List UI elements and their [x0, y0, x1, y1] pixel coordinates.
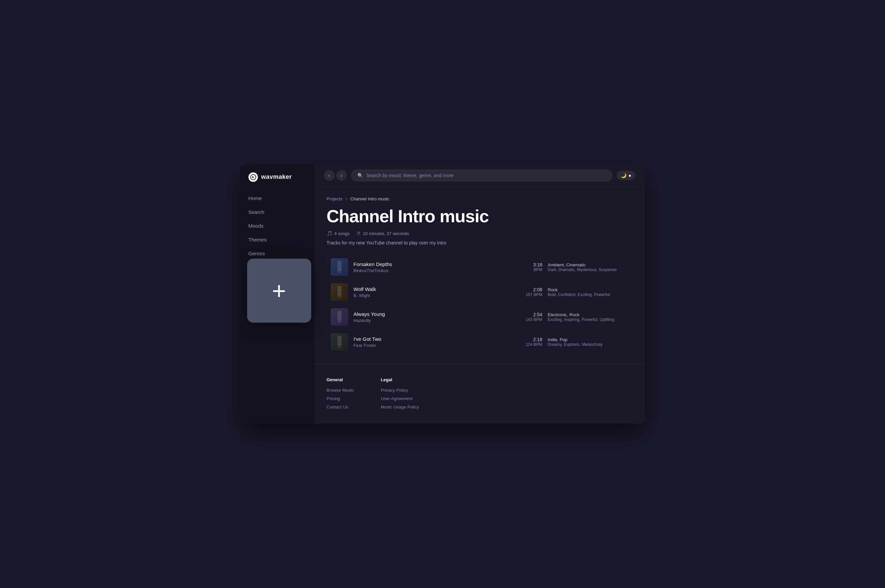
track-tags: Indie, Pop Dreamy, Euphoric, Melancholy [548, 337, 629, 347]
main-content: ‹ › 🔍 🌙 ● Projects > Channel Intro music… [315, 164, 645, 424]
track-genre: Indie, Pop [548, 337, 629, 342]
svg-rect-5 [337, 311, 342, 320]
svg-point-4 [337, 294, 342, 298]
nav-arrows: ‹ › [324, 170, 347, 181]
footer-legal-links: Privacy PolicyUser AgreementMusic Usage … [381, 388, 419, 410]
track-duration: 2:54 [515, 312, 542, 317]
song-count-meta: 🎵 4 songs [327, 231, 350, 236]
page-body: Projects > Channel Intro music Channel I… [315, 187, 645, 363]
playlist-description: Tracks for my new YouTube channel to pla… [327, 240, 633, 246]
add-project-card[interactable]: + [247, 259, 311, 322]
sidebar-item-moods[interactable]: Moods [240, 219, 315, 233]
search-bar: 🔍 [351, 170, 613, 181]
topbar: ‹ › 🔍 🌙 ● [315, 164, 645, 187]
track-bpm: BPM [515, 267, 542, 272]
forward-button[interactable]: › [336, 170, 347, 181]
track-art [331, 258, 348, 276]
track-artist: B. Wight [354, 293, 510, 298]
track-thumbnail [331, 308, 348, 326]
footer-general-link[interactable]: Contact Us [327, 405, 354, 410]
duration-meta: ⏱ 10 minutes, 37 seconds [356, 231, 409, 236]
track-tags: Rock Bold, Confident, Exciting, Powerful [548, 287, 629, 297]
footer-legal-link[interactable]: Music Usage Policy [381, 405, 419, 410]
nav-items-container: HomeSearchMoodsThemesGenres [240, 191, 315, 260]
track-row[interactable]: Forsaken Depths BinkusTheTrinkus 3:18 BP… [327, 255, 633, 279]
track-info: Wolf Walk B. Wight [354, 286, 510, 298]
track-moods: Dark, Dramatic, Mysterious, Suspense [548, 267, 629, 272]
track-row[interactable]: Always Young Hazardly 2:54 143 BPM Elect… [327, 305, 633, 329]
track-duration: 2:18 [515, 337, 542, 342]
moon-icon: 🌙 [621, 173, 626, 178]
logo-icon [248, 172, 258, 182]
theme-toggle[interactable]: 🌙 ● [617, 171, 635, 180]
track-bpm: 157 BPM [515, 292, 542, 297]
track-tags: Electronic, Rock Exciting, Inspiring, Po… [548, 312, 629, 322]
playlist-meta: 🎵 4 songs ⏱ 10 minutes, 37 seconds [327, 231, 633, 236]
track-thumbnail [331, 283, 348, 301]
footer-legal-link[interactable]: User Agreement [381, 396, 419, 401]
track-row[interactable]: I've Got Two Fear Foster 2:18 124 BPM In… [327, 330, 633, 354]
track-title: Forsaken Depths [354, 261, 510, 267]
footer-legal-title: Legal [381, 377, 419, 382]
logo-text: wavmaker [261, 173, 292, 180]
sidebar-item-genres[interactable]: Genres [240, 246, 315, 260]
add-project-plus-icon: + [272, 279, 286, 303]
search-input[interactable] [366, 173, 607, 178]
track-moods: Exciting, Inspiring, Powerful, Uplifting [548, 317, 629, 322]
track-duration: 2:08 [515, 287, 542, 292]
track-title: Wolf Walk [354, 286, 510, 292]
footer-cols: General Browse MusicPricingContact Us Le… [327, 377, 633, 413]
breadcrumb-separator: > [345, 196, 348, 201]
duration: 10 minutes, 37 seconds [363, 231, 409, 236]
sidebar-item-themes[interactable]: Themes [240, 233, 315, 246]
track-art [331, 333, 348, 351]
svg-rect-7 [337, 336, 342, 345]
footer: General Browse MusicPricingContact Us Le… [315, 363, 645, 424]
svg-point-6 [337, 319, 342, 323]
track-moods: Dreamy, Euphoric, Melancholy [548, 342, 629, 347]
footer-general-link[interactable]: Pricing [327, 396, 354, 401]
track-duration: 3:18 [515, 262, 542, 267]
track-moods: Bold, Confident, Exciting, Powerful [548, 292, 629, 297]
track-bpm: 124 BPM [515, 342, 542, 347]
sidebar-item-home[interactable]: Home [240, 191, 315, 205]
sidebar-logo: wavmaker [240, 172, 315, 191]
track-duration-bpm: 2:18 124 BPM [515, 337, 542, 347]
footer-legal-col: Legal Privacy PolicyUser AgreementMusic … [381, 377, 419, 413]
track-genre: Electronic, Rock [548, 312, 629, 317]
song-count: 4 songs [334, 231, 350, 236]
footer-general-title: General [327, 377, 354, 382]
footer-general-link[interactable]: Browse Music [327, 388, 354, 393]
breadcrumb: Projects > Channel Intro music [327, 196, 633, 201]
back-button[interactable]: ‹ [324, 170, 335, 181]
track-genre: Ambient, Cinematic [548, 262, 629, 267]
breadcrumb-current: Channel Intro music [350, 196, 390, 201]
track-artist: Hazardly [354, 318, 510, 323]
track-art [331, 283, 348, 301]
breadcrumb-parent[interactable]: Projects [327, 196, 343, 201]
footer-general-col: General Browse MusicPricingContact Us [327, 377, 354, 413]
track-artist: Fear Foster [354, 343, 510, 348]
track-tags: Ambient, Cinematic Dark, Dramatic, Myste… [548, 262, 629, 272]
track-art [331, 308, 348, 326]
music-wave-icon: 🎵 [327, 231, 333, 236]
track-info: Always Young Hazardly [354, 311, 510, 323]
track-row[interactable]: Wolf Walk B. Wight 2:08 157 BPM Rock Bol… [327, 280, 633, 304]
svg-point-8 [337, 344, 342, 348]
track-thumbnail [331, 333, 348, 351]
track-info: Forsaken Depths BinkusTheTrinkus [354, 261, 510, 273]
search-icon: 🔍 [357, 173, 363, 178]
svg-rect-1 [337, 261, 342, 270]
track-duration-bpm: 3:18 BPM [515, 262, 542, 272]
sidebar-item-search[interactable]: Search [240, 205, 315, 219]
track-duration-bpm: 2:54 143 BPM [515, 312, 542, 322]
track-thumbnail [331, 258, 348, 276]
footer-legal-link[interactable]: Privacy Policy [381, 388, 419, 393]
page-title: Channel Intro music [327, 207, 633, 226]
track-bpm: 143 BPM [515, 317, 542, 322]
track-genre: Rock [548, 287, 629, 292]
track-duration-bpm: 2:08 157 BPM [515, 287, 542, 297]
track-artist: BinkusTheTrinkus [354, 268, 510, 273]
svg-point-2 [337, 269, 342, 273]
svg-rect-3 [337, 286, 342, 296]
